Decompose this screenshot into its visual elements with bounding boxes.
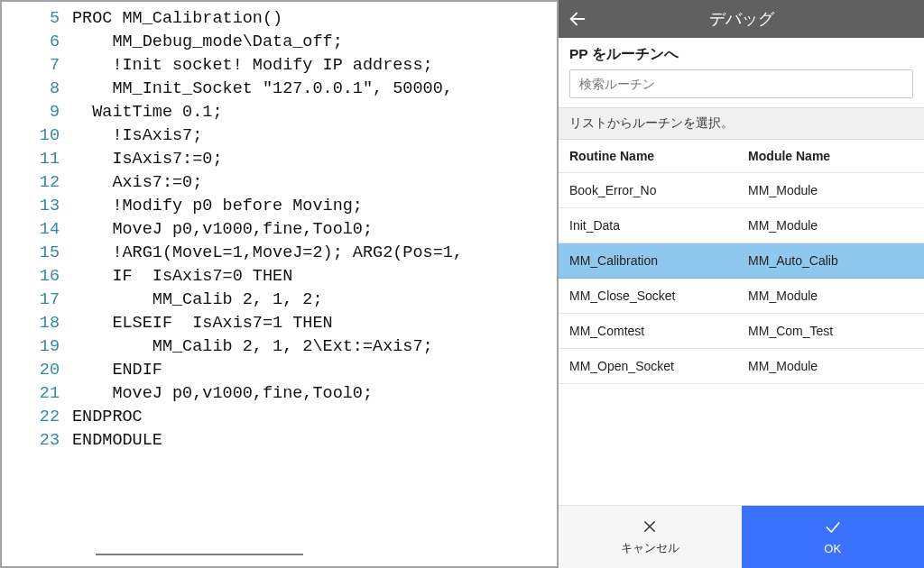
line-text: !Modify p0 before Moving; [72, 195, 363, 218]
col-module-name: Module Name [748, 149, 913, 163]
routine-list: Book_Error_NoMM_ModuleInit_DataMM_Module… [559, 173, 924, 384]
line-text: WaitTime 0.1; [72, 101, 223, 124]
line-text: ENDIF [72, 359, 162, 382]
routine-row[interactable]: MM_CalibrationMM_Auto_Calib [559, 243, 924, 279]
line-number: 23 [2, 429, 72, 453]
code-line[interactable]: 11 IsAxis7:=0; [2, 148, 557, 171]
horizontal-scrollbar[interactable] [96, 554, 303, 555]
check-icon [824, 518, 842, 539]
routine-cell: MM_Calibration [569, 253, 748, 268]
ok-button[interactable]: OK [742, 506, 925, 568]
module-cell: MM_Module [748, 218, 913, 233]
code-line[interactable]: 19 MM_Calib 2, 1, 2\Ext:=Axis7; [2, 335, 557, 359]
code-line[interactable]: 21 MoveJ p0,v1000,fine,Tool0; [2, 382, 557, 406]
line-number: 18 [2, 312, 72, 335]
line-text: IF IsAxis7=0 THEN [72, 265, 292, 289]
line-number: 12 [2, 171, 72, 195]
line-number: 6 [2, 31, 72, 54]
back-arrow-icon[interactable] [559, 0, 596, 38]
code-line[interactable]: 23ENDMODULE [2, 429, 557, 453]
line-number: 16 [2, 265, 72, 289]
cancel-button[interactable]: キャンセル [559, 506, 742, 568]
col-routine-name: Routine Name [569, 149, 748, 163]
line-number: 21 [2, 382, 72, 406]
code-line[interactable]: 5PROC MM_Calibration() [2, 7, 557, 31]
module-cell: MM_Com_Test [748, 324, 913, 338]
line-number: 11 [2, 148, 72, 171]
code-line[interactable]: 18 ELSEIF IsAxis7=1 THEN [2, 312, 557, 335]
code-line[interactable]: 14 MoveJ p0,v1000,fine,Tool0; [2, 218, 557, 242]
dialog-footer: キャンセル OK [559, 505, 924, 568]
line-number: 5 [2, 7, 72, 31]
routine-cell: MM_Close_Socket [569, 289, 748, 303]
code-line[interactable]: 16 IF IsAxis7=0 THEN [2, 265, 557, 289]
debug-panel: デバッグ PP をルーチンへ リストからルーチンを選択。 Routine Nam… [559, 0, 924, 568]
line-number: 17 [2, 289, 72, 312]
routine-cell: MM_Open_Socket [569, 359, 748, 373]
code-line[interactable]: 22ENDPROC [2, 406, 557, 429]
line-text: !IsAxis7; [72, 124, 202, 148]
close-icon [642, 518, 658, 537]
line-text: MM_Calib 2, 1, 2\Ext:=Axis7; [72, 335, 433, 359]
line-number: 10 [2, 124, 72, 148]
code-line[interactable]: 20 ENDIF [2, 359, 557, 382]
line-text: MoveJ p0,v1000,fine,Tool0; [72, 382, 373, 406]
code-line[interactable]: 13 !Modify p0 before Moving; [2, 195, 557, 218]
line-number: 20 [2, 359, 72, 382]
routine-cell: Init_Data [569, 218, 748, 233]
line-number: 22 [2, 406, 72, 429]
line-number: 13 [2, 195, 72, 218]
pp-to-routine-label: PP をルーチンへ [559, 38, 924, 69]
code-line[interactable]: 8 MM_Init_Socket "127.0.0.1", 50000, [2, 78, 557, 101]
line-text: ENDPROC [72, 406, 143, 429]
debug-header: デバッグ [559, 0, 924, 38]
line-text: MM_Init_Socket "127.0.0.1", 50000, [72, 78, 453, 101]
code-line[interactable]: 15 !ARG1(MoveL=1,MoveJ=2); ARG2(Pos=1, [2, 242, 557, 265]
routine-row[interactable]: MM_ComtestMM_Com_Test [559, 314, 924, 349]
routine-cell: MM_Comtest [569, 324, 748, 338]
line-text: PROC MM_Calibration() [72, 7, 282, 31]
line-text: IsAxis7:=0; [72, 148, 223, 171]
module-cell: MM_Auto_Calib [748, 253, 913, 268]
code-line[interactable]: 17 MM_Calib 2, 1, 2; [2, 289, 557, 312]
line-number: 15 [2, 242, 72, 265]
search-input[interactable] [569, 69, 913, 98]
ok-label: OK [824, 542, 841, 555]
code-line[interactable]: 12 Axis7:=0; [2, 171, 557, 195]
line-text: ENDMODULE [72, 429, 162, 453]
cancel-label: キャンセル [621, 540, 679, 556]
code-editor-pane[interactable]: 5PROC MM_Calibration()6 MM_Debug_mode\Da… [0, 0, 559, 568]
line-number: 7 [2, 54, 72, 78]
line-text: MoveJ p0,v1000,fine,Tool0; [72, 218, 373, 242]
routine-row[interactable]: Init_DataMM_Module [559, 208, 924, 243]
debug-title: デバッグ [559, 8, 924, 30]
list-hint-label: リストからルーチンを選択。 [559, 107, 924, 140]
routine-row[interactable]: MM_Close_SocketMM_Module [559, 279, 924, 314]
module-cell: MM_Module [748, 183, 913, 197]
line-number: 9 [2, 101, 72, 124]
line-text: !ARG1(MoveL=1,MoveJ=2); ARG2(Pos=1, [72, 242, 463, 265]
line-number: 19 [2, 335, 72, 359]
routine-row[interactable]: MM_Open_SocketMM_Module [559, 349, 924, 384]
line-text: !Init socket! Modify IP address; [72, 54, 433, 78]
module-cell: MM_Module [748, 359, 913, 373]
code-line[interactable]: 7 !Init socket! Modify IP address; [2, 54, 557, 78]
line-text: MM_Calib 2, 1, 2; [72, 289, 323, 312]
code-line[interactable]: 10 !IsAxis7; [2, 124, 557, 148]
line-number: 8 [2, 78, 72, 101]
line-text: Axis7:=0; [72, 171, 202, 195]
line-text: ELSEIF IsAxis7=1 THEN [72, 312, 333, 335]
list-header: Routine Name Module Name [559, 140, 924, 173]
code-line[interactable]: 9 WaitTime 0.1; [2, 101, 557, 124]
code-line[interactable]: 6 MM_Debug_mode\Data_off; [2, 31, 557, 54]
line-text: MM_Debug_mode\Data_off; [72, 31, 343, 54]
routine-row[interactable]: Book_Error_NoMM_Module [559, 173, 924, 208]
line-number: 14 [2, 218, 72, 242]
routine-cell: Book_Error_No [569, 183, 748, 197]
module-cell: MM_Module [748, 289, 913, 303]
